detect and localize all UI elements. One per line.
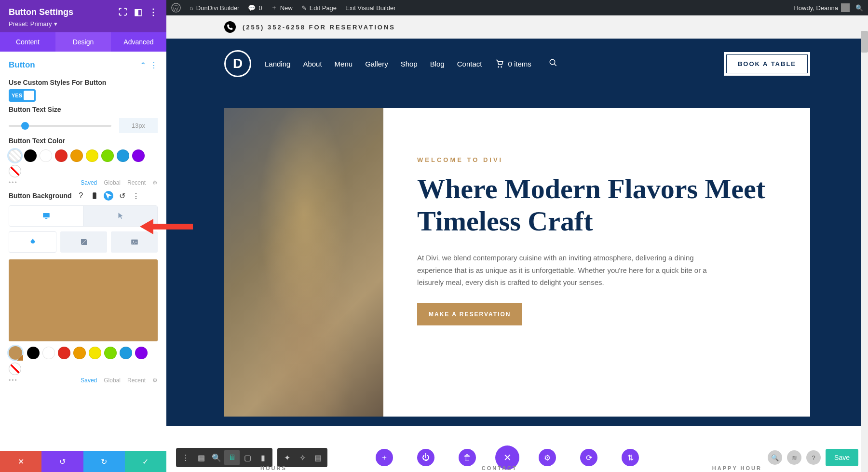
bg-type-gradient[interactable] (60, 231, 107, 253)
wordpress-icon[interactable] (171, 3, 181, 13)
tab-content[interactable]: Content (0, 32, 55, 52)
apply-button[interactable]: ✓ (125, 451, 166, 472)
bg-swatch-red[interactable] (58, 347, 70, 359)
section-button[interactable]: Button (9, 60, 35, 70)
collapse-icon[interactable]: ⌃ (140, 61, 146, 70)
layers-icon[interactable]: ≋ (787, 450, 801, 465)
bg-swatch-white[interactable] (42, 347, 55, 359)
responsive-phone-icon[interactable] (90, 191, 99, 200)
bg-swatch-blue[interactable] (120, 347, 132, 359)
bg-type-color[interactable] (9, 231, 56, 253)
text-size-input[interactable] (119, 118, 158, 133)
bg-swatch-green[interactable] (104, 347, 117, 359)
swatch-yellow[interactable] (86, 149, 98, 162)
nav-shop[interactable]: Shop (401, 60, 418, 68)
save-button[interactable]: Save (826, 449, 858, 466)
site-name[interactable]: ⌂DonDivi Builder (190, 4, 239, 12)
tablet-view-icon[interactable]: ▢ (240, 450, 255, 465)
menu-icon[interactable]: ⋮ (178, 450, 193, 465)
swatch-green[interactable] (101, 149, 114, 162)
portability-button[interactable]: ⇅ (622, 449, 639, 466)
bg-palette-saved[interactable]: Saved (81, 377, 97, 384)
help-icon[interactable]: ? (77, 191, 85, 200)
settings-button[interactable]: ⚙ (539, 449, 556, 466)
howdy-link[interactable]: Howdy, Deanna (794, 3, 850, 12)
palette-saved[interactable]: Saved (81, 179, 97, 186)
reset-icon[interactable]: ↺ (118, 191, 127, 200)
exit-vb-link[interactable]: Exit Visual Builder (345, 4, 396, 12)
find-icon[interactable]: 🔍 (768, 450, 782, 465)
swatch-orange[interactable] (70, 149, 83, 162)
bg-swatch-transparent[interactable] (9, 363, 21, 375)
swatch-transparent[interactable] (9, 165, 21, 177)
nav-blog[interactable]: Blog (430, 60, 445, 68)
bg-color-preview[interactable] (9, 259, 158, 341)
swatch-black[interactable] (24, 149, 37, 162)
palette-recent[interactable]: Recent (127, 179, 146, 186)
nav-contact[interactable]: Contact (457, 60, 482, 68)
palette-global[interactable]: Global (104, 179, 121, 186)
new-link[interactable]: ＋New (271, 3, 293, 12)
book-table-button[interactable]: BOOK A TABLE (724, 52, 810, 76)
redo-button[interactable]: ↻ (83, 451, 125, 472)
reservation-button[interactable]: MAKE A RESERVATION (417, 303, 522, 325)
site-logo[interactable]: D (224, 50, 251, 77)
section-more-icon[interactable]: ⋮ (150, 61, 158, 70)
cart-link[interactable]: 0 items (495, 59, 531, 68)
help-circle-icon[interactable]: ? (806, 450, 821, 465)
scrollbar[interactable] (861, 31, 868, 472)
edit-page-link[interactable]: ✎Edit Page (301, 4, 337, 12)
nav-about[interactable]: About (303, 60, 322, 68)
phone-view-icon[interactable]: ▮ (255, 450, 271, 465)
nav-landing[interactable]: Landing (265, 60, 290, 68)
palette-gear-icon[interactable]: ⚙ (152, 179, 158, 186)
wireframe-icon[interactable]: ▦ (193, 450, 209, 465)
bg-swatch-orange[interactable] (73, 347, 86, 359)
swatch-red[interactable] (55, 149, 68, 162)
bg-palette-global[interactable]: Global (104, 377, 121, 384)
swatch-purple[interactable] (132, 149, 145, 162)
bg-palette-recent[interactable]: Recent (127, 377, 146, 384)
nav-gallery[interactable]: Gallery (365, 60, 388, 68)
bg-more-icon[interactable]: ⋮ (132, 191, 140, 200)
undo-button[interactable]: ↺ (41, 451, 83, 472)
slider-thumb[interactable] (21, 122, 29, 130)
cancel-button[interactable]: ✕ (0, 451, 41, 472)
hover-mode-icon[interactable]: ✦ (279, 450, 295, 465)
trash-button[interactable]: 🗑 (459, 449, 476, 466)
state-desktop-tab[interactable] (9, 206, 83, 226)
bg-palette-more-icon[interactable]: ••• (9, 377, 18, 384)
comments-link[interactable]: 💬0 (248, 4, 262, 12)
palette-more-icon[interactable]: ••• (9, 179, 18, 186)
history-button[interactable]: ⟳ (580, 449, 597, 466)
bg-swatch-black[interactable] (27, 347, 40, 359)
admin-search-icon[interactable]: 🔍 (855, 4, 863, 12)
use-custom-toggle[interactable]: YES (9, 89, 36, 102)
grid-mode-icon[interactable]: ▤ (310, 450, 326, 465)
power-button[interactable]: ⏻ (417, 449, 434, 466)
bg-swatch-yellow[interactable] (89, 347, 101, 359)
view-group-2: ✦ ✧ ▤ (277, 448, 327, 467)
zoom-icon[interactable]: 🔍 (209, 450, 224, 465)
tab-design[interactable]: Design (55, 32, 111, 52)
picker-swatch[interactable] (9, 346, 22, 360)
search-icon[interactable] (549, 58, 557, 69)
tab-advanced[interactable]: Advanced (111, 32, 166, 52)
bg-palette-gear-icon[interactable]: ⚙ (152, 377, 158, 384)
expand-icon[interactable]: ⛶ (119, 7, 127, 17)
swatch-blue[interactable] (117, 149, 129, 162)
nav-menu[interactable]: Menu (335, 60, 353, 68)
desktop-view-icon[interactable]: 🖥 (224, 450, 240, 465)
add-button[interactable]: ＋ (376, 449, 393, 466)
hover-target-icon[interactable] (104, 191, 113, 201)
click-mode-icon[interactable]: ✧ (295, 450, 310, 465)
bg-type-tabs (9, 231, 158, 253)
scrollbar-thumb[interactable] (861, 31, 868, 53)
preset-selector[interactable]: Preset: Primary▾ (9, 20, 158, 27)
dock-icon[interactable]: ◧ (134, 7, 142, 17)
swatch-white[interactable] (40, 149, 52, 162)
swatch-none[interactable] (9, 149, 21, 162)
bg-swatch-purple[interactable] (135, 347, 148, 359)
more-icon[interactable]: ⋮ (149, 7, 158, 17)
text-size-slider[interactable] (9, 125, 111, 127)
